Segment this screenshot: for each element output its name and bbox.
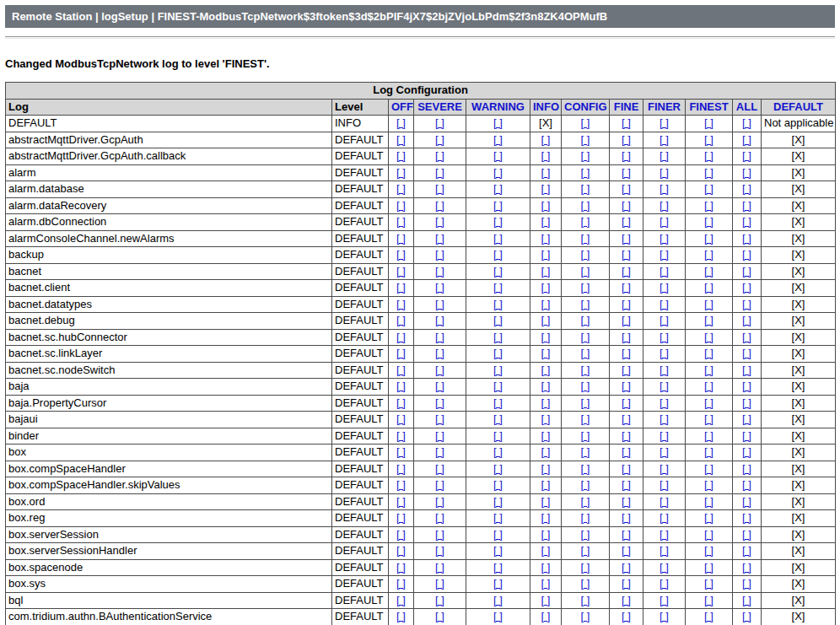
- checkbox-link-config[interactable]: [ ]: [581, 248, 590, 261]
- checkbox-link-fine[interactable]: [ ]: [622, 610, 631, 622]
- checkbox-link-config[interactable]: [ ]: [581, 232, 590, 245]
- checkbox-link-info[interactable]: [ ]: [541, 199, 551, 212]
- checkbox-link-fine[interactable]: [ ]: [622, 298, 631, 310]
- checkbox-link-severe[interactable]: [ ]: [435, 495, 444, 508]
- checkbox-link-fine[interactable]: [ ]: [622, 445, 631, 458]
- checkbox-link-severe[interactable]: [ ]: [435, 347, 444, 359]
- checkbox-link-config[interactable]: [ ]: [581, 478, 590, 491]
- checkbox-link-all[interactable]: [ ]: [742, 462, 751, 475]
- checkbox-link-info[interactable]: [ ]: [541, 281, 551, 294]
- checkbox-link-config[interactable]: [ ]: [581, 133, 590, 146]
- checkbox-link-finer[interactable]: [ ]: [660, 380, 669, 392]
- checkbox-link-info[interactable]: [ ]: [541, 445, 551, 458]
- checkbox-link-all[interactable]: [ ]: [742, 478, 751, 491]
- checkbox-link-finer[interactable]: [ ]: [660, 281, 669, 294]
- checkbox-link-config[interactable]: [ ]: [581, 215, 590, 228]
- checkbox-link-finer[interactable]: [ ]: [660, 331, 669, 343]
- checkbox-link-off[interactable]: [ ]: [396, 594, 406, 606]
- checkbox-link-all[interactable]: [ ]: [742, 281, 751, 294]
- checkbox-link-fine[interactable]: [ ]: [622, 511, 631, 524]
- checkbox-link-all[interactable]: [ ]: [742, 116, 751, 129]
- checkbox-link-warning[interactable]: [ ]: [493, 232, 503, 245]
- checkbox-link-info[interactable]: [ ]: [541, 232, 551, 245]
- checkbox-link-config[interactable]: [ ]: [581, 544, 590, 557]
- checkbox-link-all[interactable]: [ ]: [742, 561, 751, 574]
- checkbox-link-info[interactable]: [ ]: [541, 610, 551, 622]
- column-header-severe[interactable]: SEVERE: [414, 99, 466, 116]
- checkbox-link-config[interactable]: [ ]: [581, 511, 590, 524]
- checkbox-link-severe[interactable]: [ ]: [435, 577, 444, 590]
- checkbox-link-config[interactable]: [ ]: [581, 149, 590, 162]
- checkbox-link-off[interactable]: [ ]: [396, 429, 406, 442]
- checkbox-link-severe[interactable]: [ ]: [435, 133, 444, 146]
- checkbox-link-finest[interactable]: [ ]: [704, 331, 713, 343]
- checkbox-link-finer[interactable]: [ ]: [660, 149, 669, 162]
- checkbox-link-config[interactable]: [ ]: [581, 116, 590, 129]
- checkbox-link-warning[interactable]: [ ]: [493, 248, 503, 261]
- checkbox-link-warning[interactable]: [ ]: [493, 215, 503, 228]
- checkbox-link-config[interactable]: [ ]: [581, 495, 590, 508]
- checkbox-link-info[interactable]: [ ]: [541, 364, 551, 376]
- checkbox-link-finest[interactable]: [ ]: [704, 544, 713, 557]
- checkbox-link-severe[interactable]: [ ]: [435, 182, 444, 195]
- checkbox-link-finest[interactable]: [ ]: [704, 445, 713, 458]
- checkbox-link-warning[interactable]: [ ]: [493, 281, 503, 294]
- checkbox-link-warning[interactable]: [ ]: [493, 116, 503, 129]
- checkbox-link-off[interactable]: [ ]: [396, 166, 406, 179]
- checkbox-link-config[interactable]: [ ]: [581, 182, 590, 195]
- checkbox-link-fine[interactable]: [ ]: [622, 462, 631, 475]
- checkbox-link-fine[interactable]: [ ]: [622, 281, 631, 294]
- checkbox-link-all[interactable]: [ ]: [742, 166, 751, 179]
- checkbox-link-warning[interactable]: [ ]: [493, 380, 503, 392]
- checkbox-link-warning[interactable]: [ ]: [493, 149, 503, 162]
- checkbox-link-severe[interactable]: [ ]: [435, 232, 444, 245]
- checkbox-link-severe[interactable]: [ ]: [435, 380, 444, 392]
- checkbox-link-fine[interactable]: [ ]: [622, 412, 631, 425]
- checkbox-link-info[interactable]: [ ]: [541, 412, 551, 425]
- checkbox-link-finest[interactable]: [ ]: [704, 528, 713, 541]
- checkbox-link-fine[interactable]: [ ]: [622, 478, 631, 491]
- checkbox-link-severe[interactable]: [ ]: [435, 561, 444, 574]
- checkbox-link-finer[interactable]: [ ]: [660, 116, 669, 129]
- checkbox-link-all[interactable]: [ ]: [742, 495, 751, 508]
- checkbox-link-finest[interactable]: [ ]: [704, 248, 713, 261]
- checkbox-link-finest[interactable]: [ ]: [704, 610, 713, 622]
- checkbox-link-finer[interactable]: [ ]: [660, 478, 669, 491]
- checkbox-link-finest[interactable]: [ ]: [704, 577, 713, 590]
- checkbox-link-warning[interactable]: [ ]: [493, 495, 503, 508]
- checkbox-link-severe[interactable]: [ ]: [435, 248, 444, 261]
- checkbox-link-finest[interactable]: [ ]: [704, 380, 713, 392]
- checkbox-link-config[interactable]: [ ]: [581, 610, 590, 622]
- checkbox-link-finest[interactable]: [ ]: [704, 495, 713, 508]
- checkbox-link-fine[interactable]: [ ]: [622, 347, 631, 359]
- checkbox-link-all[interactable]: [ ]: [742, 298, 751, 310]
- checkbox-link-info[interactable]: [ ]: [541, 396, 551, 409]
- checkbox-link-info[interactable]: [ ]: [541, 511, 551, 524]
- checkbox-link-off[interactable]: [ ]: [396, 281, 406, 294]
- checkbox-link-all[interactable]: [ ]: [742, 199, 751, 212]
- checkbox-link-warning[interactable]: [ ]: [493, 445, 503, 458]
- checkbox-link-finest[interactable]: [ ]: [704, 298, 713, 310]
- checkbox-link-info[interactable]: [ ]: [541, 561, 551, 574]
- checkbox-link-off[interactable]: [ ]: [396, 396, 406, 409]
- checkbox-link-severe[interactable]: [ ]: [435, 331, 444, 343]
- checkbox-link-all[interactable]: [ ]: [742, 149, 751, 162]
- checkbox-link-off[interactable]: [ ]: [396, 544, 406, 557]
- checkbox-link-off[interactable]: [ ]: [396, 445, 406, 458]
- checkbox-link-off[interactable]: [ ]: [396, 577, 406, 590]
- checkbox-link-all[interactable]: [ ]: [742, 412, 751, 425]
- checkbox-link-info[interactable]: [ ]: [541, 149, 551, 162]
- column-header-info[interactable]: INFO: [530, 99, 562, 116]
- checkbox-link-info[interactable]: [ ]: [541, 544, 551, 557]
- checkbox-link-all[interactable]: [ ]: [742, 314, 751, 326]
- checkbox-link-off[interactable]: [ ]: [396, 331, 406, 343]
- checkbox-link-fine[interactable]: [ ]: [622, 116, 631, 129]
- checkbox-link-off[interactable]: [ ]: [396, 462, 406, 475]
- column-header-finer[interactable]: FINER: [643, 99, 686, 116]
- checkbox-link-finer[interactable]: [ ]: [660, 199, 669, 212]
- checkbox-link-info[interactable]: [ ]: [541, 577, 551, 590]
- checkbox-link-severe[interactable]: [ ]: [435, 544, 444, 557]
- checkbox-link-warning[interactable]: [ ]: [493, 528, 503, 541]
- checkbox-link-fine[interactable]: [ ]: [622, 314, 631, 326]
- checkbox-link-severe[interactable]: [ ]: [435, 281, 444, 294]
